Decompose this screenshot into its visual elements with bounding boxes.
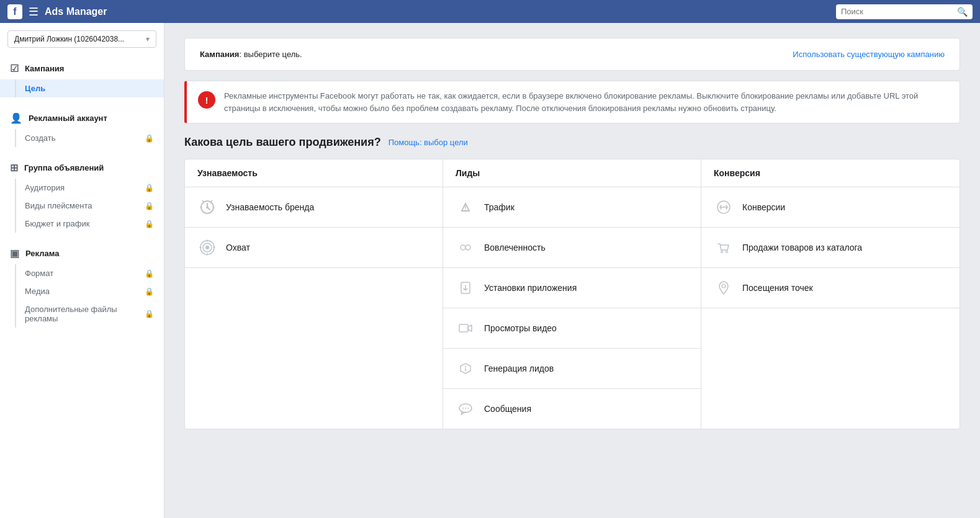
conversions-label: Конверсии <box>742 202 785 212</box>
use-existing-campaign-button[interactable]: Использовать существующую кампанию <box>793 50 945 59</box>
conversions-icon <box>714 197 734 217</box>
goal-item-brand-awareness[interactable]: Узнаваемость бренда <box>185 187 443 228</box>
ad-account-section-icon: 👤 <box>10 112 22 124</box>
video-views-icon <box>456 318 475 338</box>
search-input[interactable] <box>841 7 957 16</box>
account-name: Дмитрий Ложкин (1026042038... <box>14 35 124 43</box>
svg-point-8 <box>465 245 470 250</box>
goal-question-row: Какова цель вашего продвижения? Помощь: … <box>184 136 960 149</box>
sidebar-section-ad-group: ⊞ Группа объявлений Аудитория 🔒 Виды пле… <box>0 157 164 233</box>
search-icon: 🔍 <box>957 7 968 17</box>
tree-line <box>15 264 16 282</box>
sidebar-item-goal[interactable]: Цель <box>0 79 164 97</box>
sidebar: Дмитрий Ложкин (1026042038... ▾ ☑ Кампан… <box>0 23 164 518</box>
sidebar-item-media[interactable]: Медиа 🔒 <box>0 282 164 300</box>
goal-item-app-installs[interactable]: Установки приложения <box>443 268 701 308</box>
catalog-sales-label: Продажи товаров из каталога <box>742 243 862 252</box>
search-box[interactable]: 🔍 <box>836 4 973 19</box>
main-content: Кампания: выберите цель. Использовать су… <box>164 23 980 518</box>
goal-item-video-views[interactable]: Просмотры видео <box>443 308 701 349</box>
sidebar-item-create[interactable]: Создать 🔒 <box>0 129 164 147</box>
lead-gen-label: Генерация лидов <box>484 364 554 373</box>
goal-item-traffic[interactable]: Трафик <box>443 187 701 228</box>
goals-table-header: Узнаваемость Лиды Конверсия <box>185 159 960 187</box>
goal-item-reach[interactable]: Охват <box>185 228 443 268</box>
warning-icon: ! <box>198 91 215 109</box>
warning-banner: ! Рекламные инструменты Facebook могут р… <box>184 81 960 123</box>
menu-icon[interactable]: ☰ <box>29 5 38 19</box>
app-installs-icon <box>456 278 475 298</box>
store-visits-icon <box>714 278 734 298</box>
traffic-label: Трафик <box>484 202 515 212</box>
awareness-empty-space <box>185 268 443 429</box>
lead-gen-icon <box>456 359 475 378</box>
svg-point-7 <box>461 245 465 250</box>
goals-table-body: Узнаваемость бренда <box>185 187 960 429</box>
store-visits-label: Посещения точек <box>742 283 813 293</box>
svg-point-17 <box>726 251 728 253</box>
messages-label: Сообщения <box>484 404 531 414</box>
goal-question-text: Какова цель вашего продвижения? <box>184 136 381 149</box>
brand-awareness-label: Узнаваемость бренда <box>226 202 314 212</box>
warning-text: Рекламные инструменты Facebook могут раб… <box>224 90 948 114</box>
chevron-down-icon: ▾ <box>146 35 150 43</box>
svg-rect-10 <box>459 324 468 332</box>
lock-icon: 🔒 <box>145 269 154 278</box>
goal-help-link[interactable]: Помощь: выбор цели <box>389 138 468 147</box>
reach-label: Охват <box>226 243 250 252</box>
goals-col-leads: Трафик Вовлеченность <box>443 187 701 429</box>
messages-icon <box>456 399 475 419</box>
catalog-sales-icon <box>714 238 734 257</box>
sidebar-section-campaign-header: ☑ Кампания <box>0 58 164 79</box>
sidebar-section-ad: ▣ Реклама Формат 🔒 Медиа 🔒 Дополнительны… <box>0 243 164 328</box>
goals-col-conversion: Конверсии Продажи товаров из каталога <box>701 187 960 429</box>
col-header-leads: Лиды <box>443 159 701 187</box>
conversion-empty-space <box>701 308 960 429</box>
sidebar-section-ad-group-header: ⊞ Группа объявлений <box>0 157 164 179</box>
sidebar-section-ad-header: ▣ Реклама <box>0 243 164 264</box>
svg-point-1 <box>206 206 209 208</box>
sidebar-item-audience[interactable]: Аудитория 🔒 <box>0 179 164 197</box>
sidebar-section-ad-account-header: 👤 Рекламный аккаунт <box>0 107 164 129</box>
lock-icon: 🔒 <box>145 310 154 318</box>
goal-item-catalog-sales[interactable]: Продажи товаров из каталога <box>701 228 960 268</box>
sidebar-item-extra-files[interactable]: Дополнительные файлы рекламы 🔒 <box>0 300 164 328</box>
lock-icon: 🔒 <box>145 287 154 296</box>
goal-item-conversions[interactable]: Конверсии <box>701 187 960 228</box>
top-navigation: f ☰ Ads Manager 🔍 <box>0 0 980 23</box>
goal-item-engagement[interactable]: Вовлеченность <box>443 228 701 268</box>
lock-icon: 🔒 <box>145 220 154 228</box>
sidebar-ad-group-label: Группа объявлений <box>24 163 104 172</box>
tree-line <box>15 179 16 197</box>
tree-line <box>15 79 16 97</box>
svg-point-14 <box>467 408 469 409</box>
sidebar-item-budget[interactable]: Бюджет и график 🔒 <box>0 215 164 233</box>
lock-icon: 🔒 <box>145 134 154 143</box>
account-dropdown-button[interactable]: Дмитрий Ложкин (1026042038... ▾ <box>7 30 156 48</box>
goal-item-store-visits[interactable]: Посещения точек <box>701 268 960 308</box>
goal-item-messages[interactable]: Сообщения <box>443 389 701 429</box>
campaign-card-title: Кампания: выберите цель. <box>200 50 302 59</box>
sidebar-item-format[interactable]: Формат 🔒 <box>0 264 164 282</box>
campaign-section-icon: ☑ <box>10 63 19 74</box>
tree-line <box>15 129 16 147</box>
facebook-logo: f <box>7 4 22 19</box>
svg-point-12 <box>462 408 464 409</box>
svg-point-16 <box>721 251 723 253</box>
lock-icon: 🔒 <box>145 184 154 192</box>
col-header-conversion: Конверсия <box>701 159 960 187</box>
tree-line <box>15 282 16 300</box>
lock-icon: 🔒 <box>145 202 154 210</box>
sidebar-item-placements[interactable]: Виды плейсмента 🔒 <box>0 197 164 215</box>
svg-point-13 <box>465 408 466 409</box>
tree-line <box>15 300 16 328</box>
reach-icon <box>197 238 217 257</box>
goal-item-lead-gen[interactable]: Генерация лидов <box>443 349 701 389</box>
page-layout: Дмитрий Ложкин (1026042038... ▾ ☑ Кампан… <box>0 23 980 518</box>
sidebar-campaign-label: Кампания <box>25 64 64 73</box>
tree-line <box>15 215 16 233</box>
account-selector[interactable]: Дмитрий Ложкин (1026042038... ▾ <box>7 30 156 48</box>
goals-col-awareness: Узнаваемость бренда <box>185 187 443 429</box>
brand-awareness-icon <box>197 197 217 217</box>
app-title: Ads Manager <box>45 6 836 17</box>
